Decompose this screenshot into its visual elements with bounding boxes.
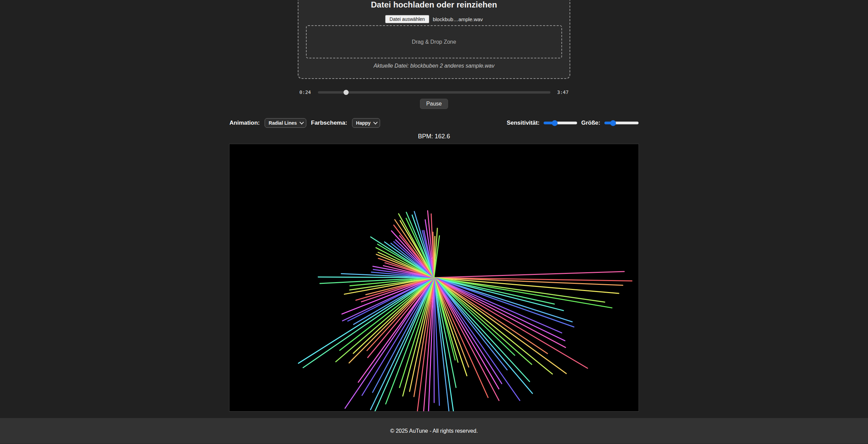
animation-controls: Animation: Radial Lines Farbschema: Happ…	[229, 118, 380, 128]
slider-controls: Sensitivität: Größe:	[507, 120, 639, 126]
drag-drop-label: Drag & Drop Zone	[412, 39, 456, 45]
upload-title: Datei hochladen oder reinziehen	[306, 0, 562, 10]
pause-row: Pause	[420, 99, 448, 109]
upload-card: Datei hochladen oder reinziehen Datei au…	[298, 0, 570, 79]
animation-select[interactable]: Radial Lines	[265, 118, 306, 128]
selected-file-name: blockbub…ample.wav	[433, 16, 483, 22]
pause-button[interactable]: Pause	[420, 99, 448, 109]
sensitivity-label: Sensitivität:	[507, 120, 540, 126]
seek-slider[interactable]	[318, 91, 550, 94]
visualizer-canvas	[229, 144, 639, 412]
current-file-text: Aktuelle Datei: blockbuben 2 anderes sam…	[306, 63, 562, 69]
colorscheme-select[interactable]: Happy	[352, 118, 380, 128]
size-slider[interactable]	[604, 122, 639, 124]
file-select-button[interactable]: Datei auswählen	[385, 15, 430, 23]
animation-select-wrap: Radial Lines	[265, 118, 306, 128]
total-time: 3:47	[557, 89, 569, 95]
colorscheme-label: Farbschema:	[311, 120, 347, 126]
drag-drop-zone[interactable]: Drag & Drop Zone	[306, 25, 562, 58]
playback-progress-row: 0:24 3:47	[299, 89, 569, 95]
footer-text: © 2025 AuTune - All rights reserved.	[390, 428, 478, 434]
autune-app: Datei hochladen oder reinziehen Datei au…	[0, 0, 868, 444]
colorscheme-select-wrap: Happy	[352, 118, 380, 128]
sensitivity-slider[interactable]	[544, 122, 577, 124]
animation-label: Animation:	[229, 120, 260, 126]
current-time: 0:24	[299, 89, 311, 95]
bpm-display: BPM: 162.6	[418, 133, 450, 140]
size-label: Größe:	[581, 120, 600, 126]
controls-row: Animation: Radial Lines Farbschema: Happ…	[229, 118, 639, 128]
file-input-row: Datei auswählen blockbub…ample.wav	[306, 14, 562, 24]
footer: © 2025 AuTune - All rights reserved.	[0, 418, 868, 444]
